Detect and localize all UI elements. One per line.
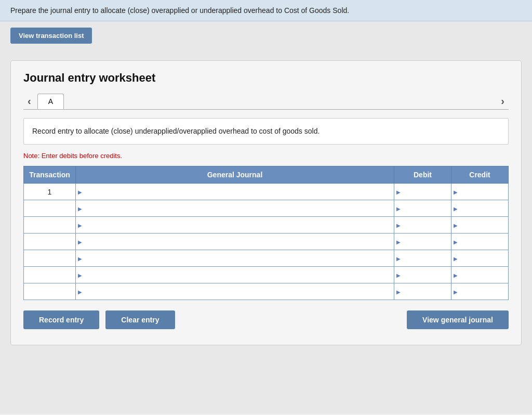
cell-transaction-1 — [24, 200, 76, 217]
cell-transaction-5 — [24, 267, 76, 283]
input-credit-3[interactable] — [451, 234, 508, 250]
cell-credit-5[interactable] — [451, 267, 509, 283]
cell-transaction-6 — [24, 283, 76, 300]
instruction-text: Record entry to allocate (close) underap… — [32, 127, 320, 135]
cell-journal-3[interactable] — [76, 234, 394, 250]
tab-nav: ‹ A › — [23, 93, 509, 109]
instruction-box: Record entry to allocate (close) underap… — [23, 118, 509, 145]
top-bar: Prepare the journal entry to allocate (c… — [0, 0, 532, 21]
input-journal-3[interactable] — [76, 234, 394, 250]
table-row — [24, 267, 509, 283]
bottom-buttons: Record entry Clear entry View general jo… — [23, 310, 509, 329]
table-row: 1 — [24, 184, 509, 200]
clear-entry-button[interactable]: Clear entry — [105, 310, 175, 329]
journal-table: Transaction General Journal Debit Credit… — [23, 166, 509, 300]
input-debit-0[interactable] — [394, 184, 451, 200]
tab-a[interactable]: A — [37, 94, 64, 109]
cell-transaction-4 — [24, 250, 76, 267]
input-journal-5[interactable] — [76, 267, 394, 283]
table-row — [24, 200, 509, 217]
col-header-debit: Debit — [394, 166, 451, 184]
worksheet-container: Journal entry worksheet ‹ A › Record ent… — [10, 60, 522, 345]
cell-credit-1[interactable] — [451, 200, 509, 217]
input-debit-5[interactable] — [394, 267, 451, 283]
view-transaction-button[interactable]: View transaction list — [10, 28, 92, 44]
cell-debit-1[interactable] — [394, 200, 451, 217]
input-journal-0[interactable] — [76, 184, 394, 200]
col-header-credit: Credit — [451, 166, 509, 184]
cell-journal-0[interactable] — [76, 184, 394, 200]
input-journal-6[interactable] — [76, 283, 394, 300]
input-credit-5[interactable] — [451, 267, 508, 283]
input-credit-2[interactable] — [451, 217, 508, 233]
input-journal-1[interactable] — [76, 200, 394, 216]
cell-debit-4[interactable] — [394, 250, 451, 267]
main-content: Journal entry worksheet ‹ A › Record ent… — [0, 50, 532, 414]
col-header-general-journal: General Journal — [76, 166, 394, 184]
col-header-transaction: Transaction — [24, 166, 76, 184]
input-debit-1[interactable] — [394, 200, 451, 216]
input-credit-1[interactable] — [451, 200, 508, 216]
table-row — [24, 283, 509, 300]
cell-journal-4[interactable] — [76, 250, 394, 267]
input-credit-4[interactable] — [451, 250, 508, 266]
cell-transaction-3 — [24, 234, 76, 250]
cell-debit-6[interactable] — [394, 283, 451, 300]
input-journal-4[interactable] — [76, 250, 394, 266]
cell-credit-2[interactable] — [451, 217, 509, 234]
table-row — [24, 217, 509, 234]
input-journal-2[interactable] — [76, 217, 394, 233]
tab-prev-arrow[interactable]: ‹ — [23, 93, 35, 109]
cell-debit-5[interactable] — [394, 267, 451, 283]
cell-credit-0[interactable] — [451, 184, 509, 200]
cell-journal-6[interactable] — [76, 283, 394, 300]
cell-credit-6[interactable] — [451, 283, 509, 300]
cell-debit-3[interactable] — [394, 234, 451, 250]
input-debit-2[interactable] — [394, 217, 451, 233]
cell-transaction-2 — [24, 217, 76, 234]
tab-next-arrow[interactable]: › — [497, 93, 509, 109]
cell-transaction-0: 1 — [24, 184, 76, 200]
cell-credit-3[interactable] — [451, 234, 509, 250]
toolbar: View transaction list — [0, 21, 532, 50]
cell-journal-1[interactable] — [76, 200, 394, 217]
cell-journal-5[interactable] — [76, 267, 394, 283]
top-bar-text: Prepare the journal entry to allocate (c… — [10, 6, 349, 15]
input-credit-0[interactable] — [451, 184, 508, 200]
input-debit-4[interactable] — [394, 250, 451, 266]
input-credit-6[interactable] — [451, 283, 508, 300]
cell-journal-2[interactable] — [76, 217, 394, 234]
table-row — [24, 250, 509, 267]
cell-debit-0[interactable] — [394, 184, 451, 200]
cell-debit-2[interactable] — [394, 217, 451, 234]
cell-credit-4[interactable] — [451, 250, 509, 267]
worksheet-title: Journal entry worksheet — [23, 71, 509, 85]
record-entry-button[interactable]: Record entry — [23, 310, 99, 329]
table-row — [24, 234, 509, 250]
input-debit-3[interactable] — [394, 234, 451, 250]
note-text: Note: Enter debits before credits. — [23, 152, 509, 160]
view-general-journal-button[interactable]: View general journal — [407, 310, 509, 329]
input-debit-6[interactable] — [394, 283, 451, 300]
